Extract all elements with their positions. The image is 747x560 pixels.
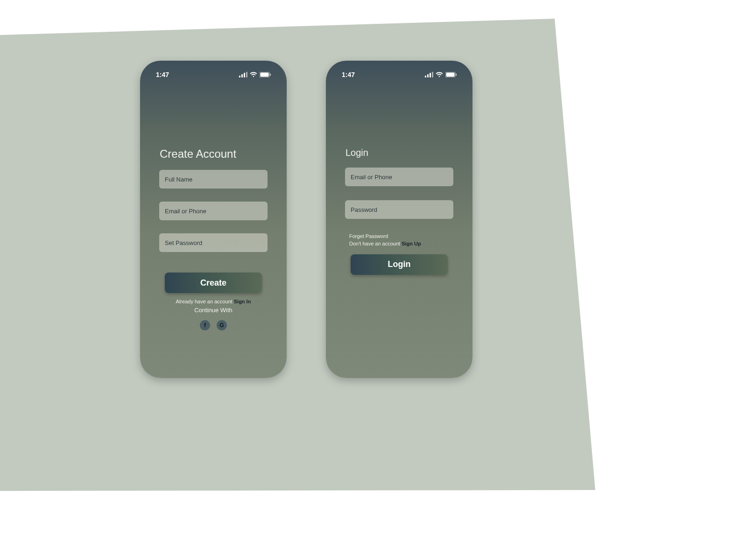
login-password-field[interactable]: Password <box>345 200 453 219</box>
sign-in-link[interactable]: Sign In <box>234 299 251 304</box>
sign-up-link[interactable]: Sign Up <box>402 241 421 246</box>
create-button[interactable]: Create <box>165 273 262 293</box>
facebook-icon[interactable]: f <box>200 320 210 330</box>
full-name-field[interactable]: Full Name <box>159 170 268 189</box>
already-have-account-text: Already have an account <box>176 299 234 304</box>
wifi-icon <box>436 72 443 77</box>
svg-rect-13 <box>446 73 455 77</box>
login-button[interactable]: Login <box>351 254 448 275</box>
google-icon[interactable]: G <box>217 320 227 330</box>
svg-rect-9 <box>427 74 429 77</box>
battery-icon <box>260 72 271 77</box>
cellular-icon <box>425 72 433 77</box>
email-or-phone-placeholder: Email or Phone <box>165 208 206 215</box>
page-title: Create Account <box>160 147 276 161</box>
full-name-placeholder: Full Name <box>165 176 192 183</box>
status-icons <box>425 72 457 77</box>
no-account-text: Don't have an account <box>349 241 402 246</box>
cellular-icon <box>239 72 247 77</box>
login-password-placeholder: Password <box>351 206 377 213</box>
svg-rect-8 <box>425 76 426 77</box>
already-have-account-line: Already have an account Sign In <box>150 298 276 306</box>
social-row: f G <box>150 320 276 330</box>
svg-rect-4 <box>246 72 247 77</box>
phone-create-account: 1:47 Create Account Full Name Email or P… <box>140 61 287 378</box>
set-password-placeholder: Set Password <box>165 239 202 246</box>
svg-rect-11 <box>432 72 433 77</box>
phone-row: 1:47 Create Account Full Name Email or P… <box>140 61 472 378</box>
svg-rect-14 <box>456 74 457 76</box>
login-button-label: Login <box>388 259 411 269</box>
page-title: Login <box>345 147 462 158</box>
status-bar: 1:47 <box>336 69 462 78</box>
status-time: 1:47 <box>156 71 169 78</box>
forget-password-link[interactable]: Forget Password <box>349 233 462 240</box>
set-password-field[interactable]: Set Password <box>159 233 268 252</box>
status-time: 1:47 <box>342 71 355 78</box>
login-email-or-phone-placeholder: Email or Phone <box>351 174 392 181</box>
svg-rect-10 <box>430 73 431 77</box>
login-email-or-phone-field[interactable]: Email or Phone <box>345 168 453 186</box>
status-bar: 1:47 <box>150 69 276 78</box>
battery-icon <box>445 72 457 77</box>
phone-login: 1:47 Login Email or Phone Password Forge… <box>326 61 472 378</box>
svg-rect-3 <box>244 73 245 77</box>
svg-rect-1 <box>239 76 240 77</box>
svg-rect-6 <box>261 73 269 77</box>
status-icons <box>239 72 271 77</box>
email-or-phone-field[interactable]: Email or Phone <box>159 202 268 220</box>
continue-with-label: Continue With <box>150 307 276 314</box>
wifi-icon <box>250 72 257 77</box>
create-button-label: Create <box>200 278 226 288</box>
svg-rect-2 <box>241 74 243 77</box>
svg-rect-7 <box>270 74 271 76</box>
no-account-line: Don't have an account Sign Up <box>349 240 462 248</box>
